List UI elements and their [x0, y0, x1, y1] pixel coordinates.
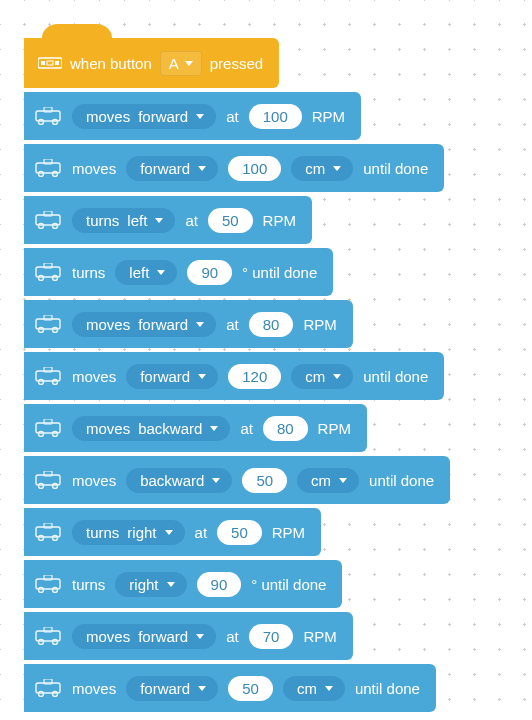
- direction-value: left: [127, 213, 147, 228]
- chevron-down-icon: [198, 686, 206, 691]
- turns-at-block[interactable]: turns right at 50 RPM: [24, 508, 321, 556]
- unit-dropdown[interactable]: cm: [297, 468, 359, 493]
- direction-dropdown[interactable]: moves forward: [72, 624, 216, 649]
- direction-dropdown[interactable]: forward: [126, 364, 218, 389]
- moves-label: moves: [72, 369, 116, 384]
- svg-point-50: [53, 692, 58, 697]
- svg-point-22: [53, 328, 58, 333]
- chevron-down-icon: [167, 582, 175, 587]
- distance-input[interactable]: 100: [228, 156, 281, 181]
- degrees-suffix: ° until done: [251, 577, 326, 592]
- svg-point-37: [39, 536, 44, 541]
- turns-label: turns: [72, 577, 105, 592]
- chevron-down-icon: [210, 426, 218, 431]
- direction-value: backward: [138, 421, 202, 436]
- direction-value: backward: [140, 473, 204, 488]
- chevron-down-icon: [196, 322, 204, 327]
- direction-dropdown[interactable]: backward: [126, 468, 232, 493]
- speed-input[interactable]: 80: [249, 312, 294, 337]
- speed-input[interactable]: 50: [217, 520, 262, 545]
- chevron-down-icon: [155, 218, 163, 223]
- moves-label: moves: [72, 681, 116, 696]
- moves-at-block[interactable]: moves forward at 70 RPM: [24, 612, 353, 660]
- svg-point-34: [53, 484, 58, 489]
- speed-input[interactable]: 80: [263, 416, 308, 441]
- moves-label: moves: [86, 317, 130, 332]
- chevron-down-icon: [198, 374, 206, 379]
- svg-rect-1: [41, 61, 45, 65]
- unit-value: cm: [305, 369, 325, 384]
- moves-label: moves: [86, 109, 130, 124]
- event-hat-when-button-pressed[interactable]: when button A pressed: [24, 38, 279, 88]
- moves-at-block[interactable]: moves backward at 80 RPM: [24, 404, 367, 452]
- chevron-down-icon: [325, 686, 333, 691]
- unit-label: RPM: [318, 421, 351, 436]
- robot-icon: [34, 471, 62, 489]
- distance-input[interactable]: 50: [242, 468, 287, 493]
- block-canvas[interactable]: when button A pressed moves forward at 1…: [0, 0, 532, 712]
- moves-until-block[interactable]: moves forward 50 cm until done: [24, 664, 436, 712]
- unit-label: RPM: [303, 629, 336, 644]
- direction-dropdown[interactable]: forward: [126, 676, 218, 701]
- moves-at-block[interactable]: moves forward at 80 RPM: [24, 300, 353, 348]
- direction-value: forward: [138, 317, 188, 332]
- direction-dropdown[interactable]: forward: [126, 156, 218, 181]
- until-done-label: until done: [363, 369, 428, 384]
- chevron-down-icon: [165, 530, 173, 535]
- chevron-down-icon: [333, 374, 341, 379]
- direction-dropdown[interactable]: turns left: [72, 208, 175, 233]
- hat-suffix: pressed: [210, 55, 263, 72]
- svg-point-14: [53, 224, 58, 229]
- direction-value: forward: [138, 629, 188, 644]
- direction-dropdown[interactable]: right: [115, 572, 186, 597]
- svg-point-26: [53, 380, 58, 385]
- robot-icon: [34, 627, 62, 645]
- direction-dropdown[interactable]: left: [115, 260, 177, 285]
- until-done-label: until done: [363, 161, 428, 176]
- unit-dropdown[interactable]: cm: [291, 364, 353, 389]
- svg-point-45: [39, 640, 44, 645]
- turns-until-block[interactable]: turns left 90 ° until done: [24, 248, 333, 296]
- distance-input[interactable]: 50: [228, 676, 273, 701]
- moves-until-block[interactable]: moves forward 120 cm until done: [24, 352, 444, 400]
- turns-at-block[interactable]: turns left at 50 RPM: [24, 196, 312, 244]
- distance-input[interactable]: 120: [228, 364, 281, 389]
- svg-point-46: [53, 640, 58, 645]
- direction-dropdown[interactable]: moves forward: [72, 104, 216, 129]
- button-dropdown[interactable]: A: [160, 51, 202, 76]
- svg-point-18: [53, 276, 58, 281]
- direction-dropdown[interactable]: moves forward: [72, 312, 216, 337]
- unit-value: cm: [305, 161, 325, 176]
- direction-value: right: [127, 525, 156, 540]
- moves-label: moves: [86, 629, 130, 644]
- speed-input[interactable]: 100: [249, 104, 302, 129]
- direction-dropdown[interactable]: moves backward: [72, 416, 230, 441]
- at-label: at: [240, 421, 253, 436]
- degrees-input[interactable]: 90: [197, 572, 242, 597]
- moves-label: moves: [72, 161, 116, 176]
- at-label: at: [226, 317, 239, 332]
- robot-icon: [34, 419, 62, 437]
- device-icon: [38, 56, 62, 70]
- degrees-input[interactable]: 90: [187, 260, 232, 285]
- until-done-label: until done: [369, 473, 434, 488]
- svg-rect-2: [55, 61, 59, 65]
- moves-label: moves: [86, 421, 130, 436]
- moves-at-block[interactable]: moves forward at 100 RPM: [24, 92, 361, 140]
- robot-icon: [34, 679, 62, 697]
- moves-until-block[interactable]: moves forward 100 cm until done: [24, 144, 444, 192]
- turns-label: turns: [86, 213, 119, 228]
- unit-dropdown[interactable]: cm: [283, 676, 345, 701]
- chevron-down-icon: [196, 114, 204, 119]
- moves-until-block[interactable]: moves backward 50 cm until done: [24, 456, 450, 504]
- unit-dropdown[interactable]: cm: [291, 156, 353, 181]
- speed-input[interactable]: 70: [249, 624, 294, 649]
- at-label: at: [195, 525, 208, 540]
- direction-dropdown[interactable]: turns right: [72, 520, 185, 545]
- chevron-down-icon: [333, 166, 341, 171]
- turns-until-block[interactable]: turns right 90 ° until done: [24, 560, 342, 608]
- speed-input[interactable]: 50: [208, 208, 253, 233]
- svg-point-13: [39, 224, 44, 229]
- svg-rect-3: [47, 61, 53, 65]
- direction-value: right: [129, 577, 158, 592]
